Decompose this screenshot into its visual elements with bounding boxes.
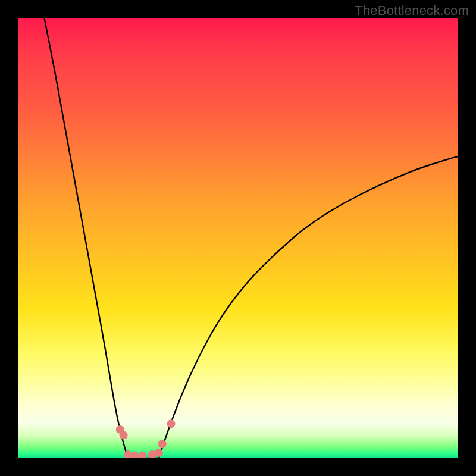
curve-layer	[18, 18, 458, 458]
data-marker	[138, 452, 146, 458]
watermark-text: TheBottleneck.com	[355, 3, 469, 18]
data-markers	[116, 419, 176, 458]
data-marker	[120, 431, 128, 440]
data-marker	[155, 449, 163, 457]
plot-area	[18, 18, 458, 458]
data-marker	[167, 419, 176, 428]
data-marker	[158, 440, 167, 448]
chart-frame: TheBottleneck.com	[0, 0, 476, 476]
bottleneck-curve	[44, 18, 458, 458]
data-marker	[130, 452, 139, 458]
